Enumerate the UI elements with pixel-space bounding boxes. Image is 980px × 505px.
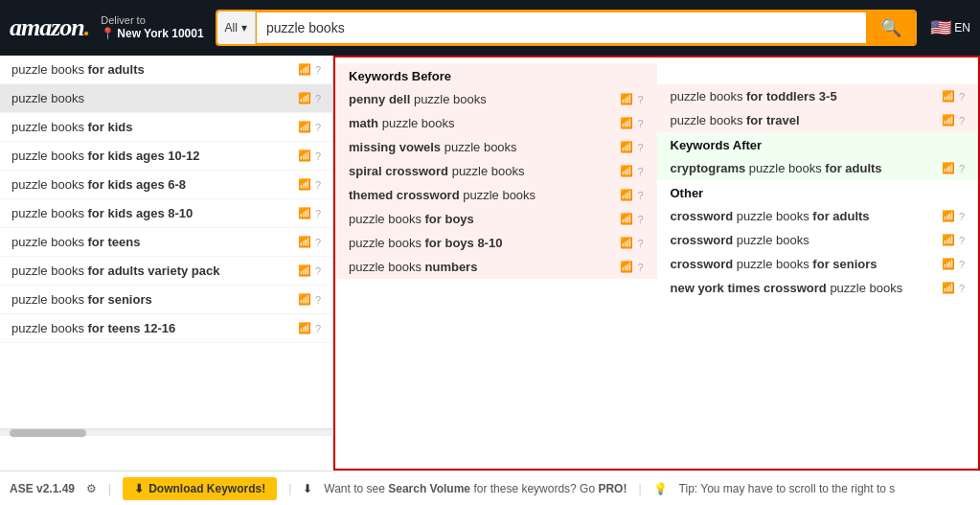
bar-chart-icon: 📶: [298, 322, 311, 334]
panel-item[interactable]: cryptograms puzzle books for adults 📶?: [657, 156, 979, 180]
panel-item-right: 📶?: [942, 234, 965, 246]
bar-chart-icon: 📶: [298, 121, 311, 133]
suggestion-text: puzzle books for kids ages 6-8: [11, 177, 186, 192]
deliver-box: Deliver to 📍 New York 10001: [101, 13, 203, 42]
suggestion-text: puzzle books for seniors: [11, 292, 152, 307]
panel-item[interactable]: crossword puzzle books 📶?: [657, 228, 979, 252]
panel-item[interactable]: puzzle books for travel 📶?: [657, 108, 979, 132]
bar-chart-icon: 📶: [298, 293, 311, 306]
panel-item-right: 📶?: [620, 261, 643, 273]
suggestion-text: puzzle books for teens 12-16: [11, 321, 175, 335]
suggestion-right: 📶?: [298, 293, 321, 306]
download-keywords-button[interactable]: ⬇ Download Keywords!: [123, 477, 277, 500]
tip-bulb-icon: 💡: [653, 482, 668, 495]
bottom-tip: Want to see Search Volume for these keyw…: [324, 482, 627, 495]
panel-item-right: 📶?: [942, 210, 965, 222]
panel-left-column: Keywords Before penny dell puzzle books …: [335, 57, 657, 306]
location-label: 📍 New York 10001: [101, 27, 203, 42]
settings-icon[interactable]: ⚙: [86, 482, 97, 495]
bar-chart-icon: 📶: [298, 63, 311, 76]
panel-item-text: spiral crossword puzzle books: [349, 164, 525, 178]
panel-item-right: 📶?: [620, 165, 643, 177]
panel-item-text: puzzle books numbers: [349, 260, 477, 274]
bar-chart-icon: 📶: [298, 92, 311, 104]
bar-chart-icon: 📶: [942, 234, 955, 246]
bar-chart-icon: 📶: [298, 264, 311, 277]
panel-item[interactable]: crossword puzzle books for adults 📶?: [657, 204, 979, 228]
suggestion-right: 📶?: [298, 322, 321, 334]
main-content: puzzle books for adults 📶? puzzle books …: [0, 56, 980, 471]
panel-item[interactable]: puzzle books for boys 📶?: [335, 207, 657, 231]
search-bar: All ▾ 🔍: [216, 10, 918, 46]
panel-item[interactable]: spiral crossword puzzle books 📶?: [335, 159, 657, 183]
search-icon: 🔍: [880, 17, 901, 38]
panel-item-right: 📶?: [942, 282, 965, 294]
bar-chart-icon: 📶: [620, 189, 633, 201]
suggestion-item[interactable]: puzzle books for adults variety pack 📶?: [0, 257, 332, 286]
panel-item[interactable]: crossword puzzle books for seniors 📶?: [657, 252, 979, 276]
category-dropdown[interactable]: All ▾: [217, 11, 256, 44]
suggestion-right: 📶?: [298, 149, 321, 162]
panel-item-text: missing vowels puzzle books: [349, 140, 517, 154]
suggestion-item[interactable]: puzzle books for kids ages 8-10 📶?: [0, 199, 332, 228]
bar-chart-icon: 📶: [942, 162, 955, 174]
bar-chart-icon: 📶: [620, 93, 633, 105]
bar-chart-icon: 📶: [298, 207, 311, 219]
amazon-logo: amazon.: [10, 13, 89, 42]
panel-item-text: crossword puzzle books for adults: [671, 209, 870, 223]
suggestion-right: 📶?: [298, 178, 321, 191]
panel-item[interactable]: puzzle books for toddlers 3-5 📶?: [657, 84, 979, 108]
bar-chart-icon: 📶: [942, 282, 955, 294]
panel-item-right: 📶?: [620, 213, 643, 225]
search-input[interactable]: [256, 11, 867, 44]
panel-item-text: penny dell puzzle books: [349, 92, 487, 106]
panel-item[interactable]: missing vowels puzzle books 📶?: [335, 135, 657, 159]
suggestion-item[interactable]: puzzle books for kids 📶?: [0, 113, 332, 142]
panel-item-text: puzzle books for boys 8-10: [349, 236, 502, 250]
panel-item-text: puzzle books for travel: [671, 113, 800, 127]
deliver-label: Deliver to: [101, 13, 203, 27]
suggestion-item[interactable]: puzzle books for teens 12-16 📶?: [0, 314, 332, 343]
other-header: Other: [657, 180, 979, 204]
panel-item[interactable]: math puzzle books 📶?: [335, 111, 657, 135]
header: amazon. Deliver to 📍 New York 10001 All …: [0, 0, 980, 56]
suggestion-item[interactable]: puzzle books for adults 📶?: [0, 56, 332, 84]
bar-chart-icon: 📶: [942, 258, 955, 270]
logo-dot: .: [84, 13, 90, 41]
download-icon: ⬇: [134, 482, 144, 495]
search-button[interactable]: 🔍: [867, 11, 915, 44]
panel-item[interactable]: puzzle books numbers 📶?: [335, 255, 657, 279]
bar-chart-icon: 📶: [298, 236, 311, 248]
panel-item-right: 📶?: [620, 93, 643, 105]
keywords-before-header: Keywords Before: [335, 63, 657, 87]
flag-icon: 🇺🇸: [930, 17, 951, 38]
suggestion-item[interactable]: puzzle books for teens 📶?: [0, 228, 332, 257]
divider: |: [108, 482, 111, 495]
bar-chart-icon: 📶: [298, 178, 311, 191]
suggestion-item[interactable]: puzzle books for kids ages 6-8 📶?: [0, 171, 332, 199]
suggestion-item[interactable]: puzzle books 📶?: [0, 84, 332, 113]
panel-item-right: 📶?: [942, 114, 965, 126]
panel-item[interactable]: new york times crossword puzzle books 📶?: [657, 276, 979, 300]
suggestion-text: puzzle books for teens: [11, 235, 140, 249]
bar-chart-icon: 📶: [620, 141, 633, 153]
panel-item[interactable]: themed crossword puzzle books 📶?: [335, 183, 657, 207]
scrollbar-thumb[interactable]: [10, 429, 86, 437]
panel-item-right: 📶?: [942, 258, 965, 270]
bar-chart-icon: 📶: [942, 114, 955, 126]
bar-chart-icon: 📶: [620, 165, 633, 177]
bar-chart-icon: 📶: [620, 213, 633, 225]
suggestion-right: 📶?: [298, 207, 321, 219]
suggestion-right: 📶?: [298, 63, 321, 76]
suggestion-item[interactable]: puzzle books for seniors 📶?: [0, 286, 332, 314]
suggestion-text: puzzle books: [11, 91, 84, 105]
language-selector[interactable]: 🇺🇸 EN: [930, 17, 970, 38]
export-icon[interactable]: ⬇: [303, 482, 312, 495]
suggestion-item[interactable]: puzzle books for kids ages 10-12 📶?: [0, 142, 332, 171]
suggestion-text: puzzle books for kids: [11, 120, 132, 134]
bar-chart-icon: 📶: [620, 117, 633, 129]
panel-item-text: crossword puzzle books for seniors: [671, 257, 877, 271]
panel-item-text: puzzle books for boys: [349, 212, 474, 226]
panel-item[interactable]: puzzle books for boys 8-10 📶?: [335, 231, 657, 255]
panel-item[interactable]: penny dell puzzle books 📶?: [335, 87, 657, 111]
